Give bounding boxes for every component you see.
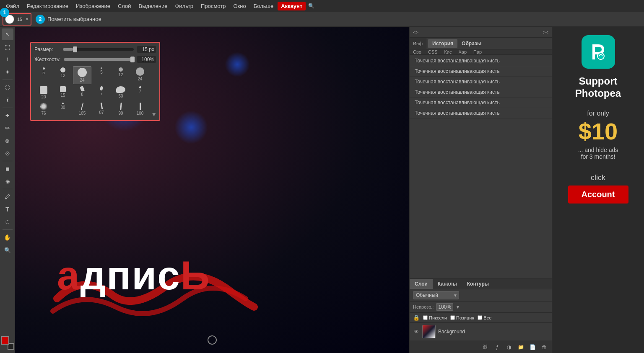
color-tab[interactable]: Кис <box>441 49 455 54</box>
brush-label-16: 99 <box>118 111 123 116</box>
menu-filter[interactable]: Фильтр <box>171 2 197 10</box>
healing-brush-btn[interactable]: ✚ <box>2 110 13 121</box>
menu-selection[interactable]: Выделение <box>135 2 171 10</box>
zoom-btn[interactable]: 🔍 <box>2 244 13 256</box>
brush-cell-11[interactable]: 7 <box>131 85 149 100</box>
delete-layer-btn[interactable]: 🗑 <box>540 343 548 351</box>
menu-more[interactable]: Больше <box>250 2 277 10</box>
size-slider[interactable] <box>63 48 134 51</box>
panel-expand-btn[interactable]: >< <box>541 29 550 36</box>
brush-cell-2[interactable]: 24 <box>73 66 91 84</box>
brush-cell-17[interactable]: 100 <box>131 101 149 117</box>
lasso-btn[interactable]: ⌇ <box>2 54 13 65</box>
brush-label-7: 15 <box>60 93 65 98</box>
pen-btn[interactable]: 🖊 <box>2 191 13 203</box>
text-btn[interactable]: T <box>2 204 13 215</box>
layer-tabs: Слои Каналы Контуры <box>410 279 552 289</box>
layer-effects-btn[interactable]: ƒ <box>493 343 501 351</box>
hardness-slider[interactable] <box>64 58 134 61</box>
brush-cell-1[interactable]: 12 <box>54 66 72 84</box>
paths-tab[interactable]: Контуры <box>462 279 494 289</box>
menu-edit[interactable]: Редактирование <box>23 2 72 10</box>
brush-cell-4[interactable]: 12 <box>112 66 130 84</box>
ad-panel: Support Photopea for only $10 ... and hi… <box>552 27 644 353</box>
menu-layer[interactable]: Слой <box>114 2 135 10</box>
foreground-color-swatch[interactable] <box>1 336 9 345</box>
menu-image[interactable]: Изображение <box>73 2 114 10</box>
lock-position-text: Позиция <box>456 315 475 320</box>
brush-cell-6[interactable]: 20 <box>34 85 53 100</box>
brush-dropdown-arrow[interactable]: ▼ <box>25 17 29 21</box>
size-slider-thumb[interactable] <box>73 46 77 52</box>
hand-btn[interactable]: ✋ <box>2 232 13 243</box>
panel-collapse-btn[interactable]: <> <box>411 29 420 36</box>
info-tab[interactable]: Инф <box>410 38 426 49</box>
brush-size-box[interactable]: 1 15 ▼ <box>3 13 31 26</box>
char-tab[interactable]: Хар <box>455 49 470 54</box>
layer-visibility-icon[interactable]: 👁 <box>413 328 420 335</box>
history-list: Точечная восстанавливающая кисть Точечна… <box>410 55 552 278</box>
eraser-btn[interactable]: ⊘ <box>2 147 13 159</box>
brush-cell-16[interactable]: 99 <box>112 101 130 117</box>
opacity-label: Непрозр.: <box>413 304 434 309</box>
blend-mode-select[interactable]: Обычный <box>413 291 459 299</box>
stamp-btn[interactable]: ⊛ <box>2 135 13 147</box>
brush-cell-12[interactable]: 76 <box>34 101 53 117</box>
swatches-tab[interactable]: Образы <box>457 39 486 48</box>
par-tab[interactable]: Пар <box>470 49 485 54</box>
lock-position-label[interactable]: Позиция <box>450 315 475 320</box>
history-item-3[interactable]: Точечная восстанавливающая кисть <box>410 87 552 98</box>
brush-cell-0[interactable]: 5 <box>34 66 53 84</box>
path-btn[interactable]: ⬡ <box>2 216 13 228</box>
magic-wand-btn[interactable]: ✦ <box>2 66 13 78</box>
channels-tab[interactable]: Каналы <box>433 279 462 289</box>
brush-cell-14[interactable]: 105 <box>73 101 91 117</box>
brush-cell-10[interactable]: 50 <box>112 85 130 100</box>
css-tab[interactable]: CSS <box>425 49 441 54</box>
canvas-area[interactable]: адписЬ Размер: 15 px Жесткость: <box>15 27 409 353</box>
ad-account-button[interactable]: Account <box>568 186 628 204</box>
lock-all-checkbox[interactable] <box>478 315 482 320</box>
swatch-tab[interactable]: Сво <box>410 49 425 54</box>
new-group-btn[interactable]: 📁 <box>517 343 525 351</box>
brush-more-arrow[interactable]: ▼ <box>151 111 157 118</box>
new-layer-btn[interactable]: 📄 <box>528 343 537 351</box>
brush-cell-3[interactable]: 5 <box>92 66 111 84</box>
menu-view[interactable]: Просмотр <box>197 2 229 10</box>
history-item-0[interactable]: Точечная восстанавливающая кисть <box>410 56 552 66</box>
link-layers-btn[interactable]: ⛓ <box>481 343 490 351</box>
crop-btn[interactable]: ⛶ <box>2 82 13 93</box>
history-item-1[interactable]: Точечная восстанавливающая кисть <box>410 66 552 77</box>
menu-window[interactable]: Окно <box>230 2 249 10</box>
select-rect-btn[interactable]: ⬚ <box>2 41 13 53</box>
toolbar-label: Пометить выбранное <box>47 16 101 22</box>
layer-mask-btn[interactable]: ◑ <box>505 343 513 351</box>
brush-cell-15[interactable]: 87 <box>92 101 111 117</box>
history-tab[interactable]: История <box>428 39 457 48</box>
brush-cell-7[interactable]: 15 <box>54 85 72 100</box>
lock-all-label[interactable]: Все <box>478 315 491 320</box>
history-item-5[interactable]: Точечная восстанавливающая кисть <box>410 108 552 119</box>
eyedropper-btn[interactable]: 𝒊 <box>2 94 13 106</box>
brush-cell-13[interactable]: 80 <box>54 101 72 117</box>
gradient-btn[interactable]: ◼ <box>2 163 13 175</box>
move-tool-btn[interactable]: ↖ <box>2 28 13 40</box>
history-tabs: История Образы <box>426 38 552 49</box>
blur-btn[interactable]: ◉ <box>2 175 13 187</box>
hardness-slider-thumb[interactable] <box>130 57 135 62</box>
lock-pixels-checkbox[interactable] <box>423 315 428 320</box>
layers-tab[interactable]: Слои <box>410 279 433 289</box>
lock-pixels-label[interactable]: Пиксели <box>423 315 447 320</box>
opacity-dropdown-arrow[interactable]: ▼ <box>456 305 460 309</box>
history-item-2[interactable]: Точечная восстанавливающая кисть <box>410 77 552 87</box>
brush-cell-9[interactable]: 7 <box>92 85 111 100</box>
brush-btn[interactable]: ✏ <box>2 122 13 134</box>
layer-item-background[interactable]: 👁 Background <box>410 323 552 341</box>
search-icon[interactable]: 🔍 <box>306 1 316 10</box>
opacity-value[interactable]: 100% <box>436 303 453 311</box>
brush-cell-8[interactable]: 8 <box>73 85 91 100</box>
lock-position-checkbox[interactable] <box>450 315 455 320</box>
history-item-4[interactable]: Точечная восстанавливающая кисть <box>410 98 552 108</box>
brush-cell-5[interactable]: 24 <box>131 66 149 84</box>
menu-account[interactable]: Аккаунт <box>278 2 306 10</box>
